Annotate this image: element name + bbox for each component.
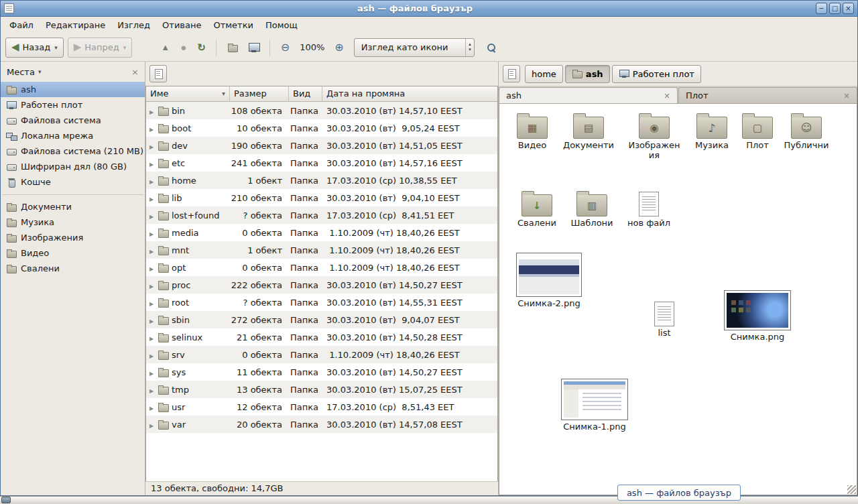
expander-icon[interactable] <box>149 141 156 151</box>
zoom-out-button[interactable]: ⊖ <box>278 40 293 55</box>
sidebar-item[interactable]: Локална мрежа <box>1 128 145 143</box>
table-row[interactable]: home 1 обект Папка 17.03.2010 (ср) 10,38… <box>146 172 497 189</box>
tab-close-icon[interactable] <box>664 91 670 101</box>
titlebar[interactable]: ash — файлов браузър − □ × <box>1 1 857 17</box>
file-icon-item[interactable]: Снимка-2.png <box>514 253 584 309</box>
table-row[interactable]: sys 11 обекта Папка 30.03.2010 (вт) 14,5… <box>146 363 497 381</box>
table-row[interactable]: var 20 обекта Папка 30.03.2010 (вт) 14,5… <box>146 416 497 433</box>
expander-icon[interactable] <box>149 123 156 133</box>
table-row[interactable]: boot 10 обекта Папка 30.03.2010 (вт) 9,0… <box>146 119 497 137</box>
menu-item[interactable]: Помощ <box>259 17 304 33</box>
sidebar-item[interactable]: ash <box>1 82 145 97</box>
expander-icon[interactable] <box>149 193 156 203</box>
taskbar-window-button[interactable]: ash — файлов браузър <box>617 485 741 501</box>
file-icon-item[interactable]: list <box>637 300 691 338</box>
sidebar-item[interactable]: Файлова система (210 MB) <box>1 143 145 159</box>
expander-icon[interactable] <box>149 280 156 290</box>
expander-icon[interactable] <box>149 350 156 360</box>
expander-icon[interactable] <box>149 420 156 430</box>
table-row[interactable]: dev 190 обекта Папка 30.03.2010 (вт) 14,… <box>146 137 497 154</box>
expander-icon[interactable] <box>149 402 156 412</box>
sidebar-item[interactable]: Видео <box>1 245 145 261</box>
file-icon-item[interactable]: нов файл <box>622 190 676 229</box>
menu-item[interactable]: Файл <box>3 17 40 33</box>
expander-icon[interactable] <box>149 228 156 238</box>
table-row[interactable]: proc 222 обекта Папка 30.03.2010 (вт) 14… <box>146 276 497 294</box>
expander-icon[interactable] <box>149 385 156 395</box>
minimize-button[interactable]: − <box>816 3 827 14</box>
expander-icon[interactable] <box>149 332 156 342</box>
file-icon-item[interactable]: Изображения <box>627 112 681 161</box>
reload-button[interactable]: ↻ <box>194 40 209 54</box>
computer-button[interactable] <box>245 40 263 55</box>
sidebar-item[interactable]: Шифриран дял (80 GB) <box>1 159 145 174</box>
view-mode-select[interactable]: Изглед като икони ▴▾ <box>354 38 475 57</box>
file-icon-item[interactable]: Снимка-1.png <box>560 379 629 432</box>
location-toggle-button[interactable] <box>503 65 520 82</box>
file-icon-item[interactable]: Шаблони <box>565 190 619 229</box>
sidebar-item[interactable]: Кошче <box>1 174 145 190</box>
sidebar-item[interactable]: Музика <box>1 214 145 230</box>
sidebar-item[interactable]: Изображения <box>1 230 145 245</box>
back-dropdown-icon[interactable]: ▾ <box>54 44 58 51</box>
file-icon-item[interactable]: Публични <box>780 112 833 151</box>
expander-icon[interactable] <box>149 315 156 325</box>
sidebar-item[interactable]: Работен плот <box>1 97 145 113</box>
show-desktop-button[interactable] <box>1 497 11 503</box>
path-button[interactable]: Работен плот <box>612 65 701 83</box>
location-toggle-button[interactable] <box>149 65 167 82</box>
expander-icon[interactable] <box>149 367 156 377</box>
close-button[interactable]: × <box>843 3 854 14</box>
path-button[interactable]: ash <box>565 65 610 83</box>
home-button[interactable] <box>224 40 241 55</box>
file-icon-item[interactable]: Видео <box>505 112 559 151</box>
expander-icon[interactable] <box>149 245 156 255</box>
file-icon-item[interactable]: Свалени <box>510 190 564 229</box>
table-row[interactable]: sbin 272 обекта Папка 30.03.2010 (вт) 9,… <box>146 311 497 328</box>
expander-icon[interactable] <box>149 298 156 308</box>
stop-button[interactable]: ● <box>177 40 190 54</box>
resize-grip[interactable] <box>847 485 856 494</box>
tab[interactable]: ash <box>499 87 678 103</box>
table-row[interactable]: root ? обекта Папка 30.03.2010 (вт) 14,5… <box>146 294 497 311</box>
expander-icon[interactable] <box>149 106 156 116</box>
up-button[interactable]: ▲ <box>158 41 173 54</box>
icon-view[interactable]: Видео Документи <box>499 104 857 495</box>
menu-item[interactable]: Редактиране <box>40 17 111 33</box>
sidebar-item[interactable]: Свалени <box>1 261 145 276</box>
table-row[interactable]: etc 241 обекта Папка 30.03.2010 (вт) 14,… <box>146 154 497 172</box>
sidebar-item[interactable]: Документи <box>1 199 145 214</box>
file-icon-item[interactable]: Снимка.png <box>723 290 792 342</box>
table-row[interactable]: tmp 13 обекта Папка 30.03.2010 (вт) 15,0… <box>146 381 497 398</box>
tab-close-icon[interactable] <box>843 91 850 101</box>
file-icon-item[interactable]: Документи <box>562 112 615 151</box>
expander-icon[interactable] <box>149 158 156 168</box>
places-dropdown-icon[interactable]: ▾ <box>38 68 42 75</box>
file-icon-item[interactable]: Плот <box>731 112 784 151</box>
search-button[interactable] <box>483 40 500 55</box>
column-header[interactable]: Дата на промяна <box>322 86 497 102</box>
back-button[interactable]: ◀ Назад ▾ <box>5 38 64 58</box>
maximize-button[interactable]: □ <box>829 3 841 14</box>
table-row[interactable]: lost+found ? обекта Папка 17.03.2010 (ср… <box>146 206 497 224</box>
sidebar-item[interactable]: Файлова система <box>1 113 145 128</box>
column-header[interactable]: Вид <box>289 86 322 102</box>
column-header[interactable]: Име <box>146 86 230 102</box>
table-row[interactable]: media 0 обекта Папка 1.10.2009 (чт) 18,4… <box>146 224 497 241</box>
table-row[interactable]: opt 0 обекта Папка 1.10.2009 (чт) 18,40,… <box>146 259 497 276</box>
menu-item[interactable]: Отметки <box>207 17 259 33</box>
column-header[interactable]: Размер <box>230 86 289 102</box>
path-button[interactable]: home <box>525 65 563 83</box>
places-title[interactable]: Места <box>7 67 35 77</box>
menu-item[interactable]: Отиване <box>156 17 207 33</box>
table-row[interactable]: bin 108 обекта Папка 30.03.2010 (вт) 14,… <box>146 102 497 119</box>
tab[interactable]: Плот <box>678 87 857 103</box>
menu-item[interactable]: Изглед <box>111 17 156 33</box>
table-row[interactable]: selinux 21 обекта Папка 30.03.2010 (вт) … <box>146 328 497 346</box>
zoom-in-button[interactable]: ⊕ <box>331 40 347 55</box>
expander-icon[interactable] <box>149 176 156 186</box>
expander-icon[interactable] <box>149 263 156 273</box>
table-row[interactable]: usr 12 обекта Папка 17.03.2010 (ср) 8,51… <box>146 398 497 416</box>
expander-icon[interactable] <box>149 210 156 220</box>
table-row[interactable]: mnt 1 обект Папка 1.10.2009 (чт) 18,40,2… <box>146 241 497 259</box>
